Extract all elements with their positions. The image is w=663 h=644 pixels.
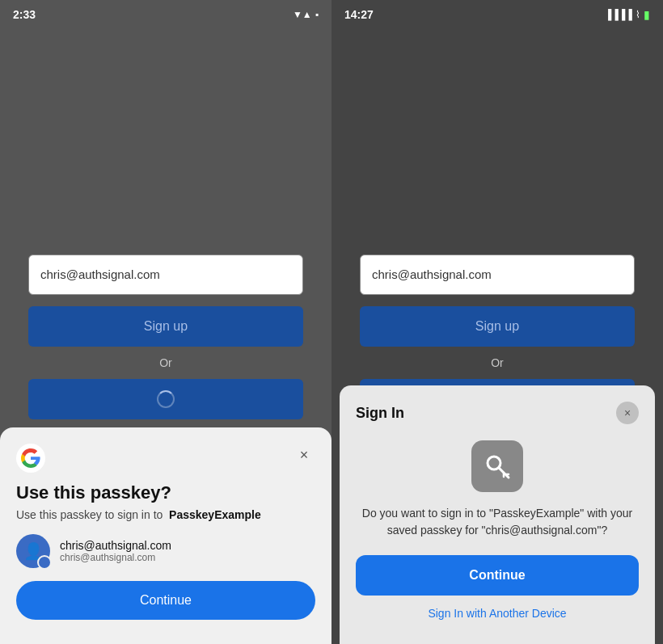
right-wifi-icon: ⌇ xyxy=(636,9,640,20)
google-logo xyxy=(16,444,45,473)
sheet-header: × xyxy=(16,444,315,473)
key-icon-box xyxy=(471,440,523,492)
person-icon: 👤 xyxy=(23,541,44,561)
right-signal-icon: ▐▐▐▐ xyxy=(605,9,632,20)
app-name: PasskeyExample xyxy=(169,508,261,521)
right-signup-button[interactable]: Sign up xyxy=(360,306,635,347)
account-info: chris@authsignal.com chris@authsignal.co… xyxy=(60,539,171,563)
sign-in-another-device[interactable]: Sign In with Another Device xyxy=(356,607,639,620)
passkey-subtitle: Use this passkey to sign in to PasskeyEx… xyxy=(16,508,315,521)
account-email-secondary: chris@authsignal.com xyxy=(60,552,171,563)
left-continue-button[interactable]: Continue xyxy=(16,581,315,620)
left-signup-button[interactable]: Sign up xyxy=(28,306,303,347)
left-email-input[interactable]: chris@authsignal.com xyxy=(28,255,303,295)
left-status-icons: ▼▲ ▪ xyxy=(293,9,319,20)
right-time: 14:27 xyxy=(344,8,374,21)
left-time: 2:33 xyxy=(13,8,36,21)
left-phone: 2:33 ▼▲ ▪ chris@authsignal.com Sign up O… xyxy=(0,0,332,644)
sheet-close-button[interactable]: × xyxy=(293,444,315,466)
signal-icon: ▼▲ xyxy=(293,9,312,20)
battery-icon: ▪ xyxy=(315,9,319,20)
key-icon-container xyxy=(356,440,639,492)
account-avatar: 👤 xyxy=(16,534,50,568)
left-or-text: Or xyxy=(159,356,172,369)
account-email-primary: chris@authsignal.com xyxy=(60,539,171,552)
passkey-title: Use this passkey? xyxy=(16,482,315,503)
right-phone: 14:27 ▐▐▐▐ ⌇ ▮ chris@authsignal.com Sign… xyxy=(332,0,663,644)
ios-dialog-title: Sign In xyxy=(356,405,404,422)
loading-spinner xyxy=(157,390,175,408)
right-or-text: Or xyxy=(491,356,504,369)
ios-close-button[interactable]: × xyxy=(616,402,639,424)
ios-continue-button[interactable]: Continue xyxy=(356,555,639,596)
right-status-bar: 14:27 ▐▐▐▐ ⌇ ▮ xyxy=(332,0,663,29)
ios-dialog-header: Sign In × xyxy=(356,402,639,424)
account-row: 👤 chris@authsignal.com chris@authsignal.… xyxy=(16,534,315,568)
key-icon xyxy=(483,452,512,481)
ios-dialog-body: Do you want to sign in to "PasskeyExampl… xyxy=(356,505,639,539)
right-email-input[interactable]: chris@authsignal.com xyxy=(360,255,635,295)
ios-passkey-dialog: Sign In × Do you want to sign in to "Pas… xyxy=(340,385,655,644)
passkey-sheet: × Use this passkey? Use this passkey to … xyxy=(0,427,332,644)
right-battery-icon: ▮ xyxy=(644,8,650,21)
right-status-icons: ▐▐▐▐ ⌇ ▮ xyxy=(605,8,650,21)
left-status-bar: 2:33 ▼▲ ▪ xyxy=(0,0,332,29)
left-loading-button xyxy=(28,379,303,419)
